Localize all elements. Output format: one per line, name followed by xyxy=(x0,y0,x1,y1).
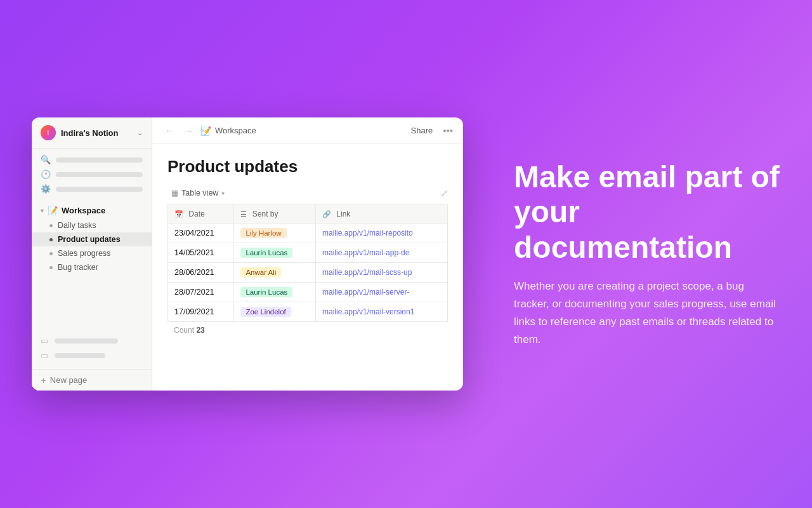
table-row: 28/06/2021 Anwar Ali mailie.app/v1/mail-… xyxy=(168,263,448,283)
table-footer: Count 23 xyxy=(167,322,448,338)
tag-4: Zoe Lindelof xyxy=(240,307,291,317)
breadcrumb: 📝 Workspace xyxy=(200,126,401,136)
sidebar-item-product-updates[interactable]: Product updates xyxy=(32,232,152,246)
nav-label-product-updates: Product updates xyxy=(58,235,121,244)
col-header-link: 🔗 Link xyxy=(316,205,448,224)
right-panel: Make email part of your documentation Wh… xyxy=(501,159,780,349)
expand-icon[interactable]: ⤢ xyxy=(441,189,448,198)
col-header-date: 📅 Date xyxy=(168,205,234,224)
col-header-sent-by: ☰ Sent by xyxy=(234,205,316,224)
right-heading: Make email part of your documentation xyxy=(514,159,780,265)
workspace-emoji: 📝 xyxy=(48,206,58,215)
nav-label-bug-tracker: Bug tracker xyxy=(58,263,98,272)
cell-sent-by-4: Zoe Lindelof xyxy=(234,302,316,322)
new-page-label: New page xyxy=(50,375,88,385)
table-row: 17/09/2021 Zoe Lindelof mailie.app/v1/ma… xyxy=(168,302,448,322)
cell-date-1: 14/05/2021 xyxy=(168,243,234,263)
sidebar-item-sales-progress[interactable]: Sales progress xyxy=(32,246,152,260)
date-col-icon: 📅 xyxy=(174,210,183,218)
table-view-chevron: ▾ xyxy=(221,190,225,197)
new-page-button[interactable]: + New page xyxy=(32,369,152,391)
search-row[interactable]: 🔍 xyxy=(41,155,143,164)
table-row: 23/04/2021 Lily Harlow mailie.app/v1/mai… xyxy=(168,224,448,243)
table-toolbar: ▦ Table view ▾ ⤢ xyxy=(167,187,448,199)
cell-link-3[interactable]: mailie.app/v1/mail-server- xyxy=(316,283,448,302)
data-table: 📅 Date ☰ Sent by 🔗 Link xyxy=(167,204,448,322)
cell-link-0[interactable]: mailie.app/v1/mail-reposito xyxy=(316,224,448,243)
search-icon: 🔍 xyxy=(41,155,51,164)
workspace-section: ▾ 📝 Workspace Daily tasks Product update… xyxy=(32,200,152,277)
cell-link-1[interactable]: mailie.app/v1/mail-app-de xyxy=(316,243,448,263)
sidebar-search-area: 🔍 🕐 ⚙️ xyxy=(32,149,152,200)
link-value-2[interactable]: mailie.app/v1/mail-scss-up xyxy=(322,268,412,277)
forward-button[interactable]: → xyxy=(181,124,195,137)
settings-bar-placeholder xyxy=(56,187,143,192)
topbar-actions: Share ••• xyxy=(406,124,453,137)
table-row: 28/07/2021 Laurin Lucas mailie.app/v1/ma… xyxy=(168,283,448,302)
bottom-bar-1 xyxy=(55,338,118,344)
topbar: ← → 📝 Workspace Share ••• xyxy=(152,117,463,144)
sidebar-bottom: ▭ ▭ xyxy=(32,330,152,366)
link-value-3[interactable]: mailie.app/v1/mail-server- xyxy=(322,288,409,297)
tag-3: Laurin Lucas xyxy=(240,287,292,297)
main-container: I Indira's Notion ⌄ 🔍 🕐 ⚙️ xyxy=(32,117,780,391)
table-view-label: Table view xyxy=(181,189,218,197)
cell-sent-by-3: Laurin Lucas xyxy=(234,283,316,302)
search-bar-placeholder xyxy=(56,157,143,163)
gear-icon: ⚙️ xyxy=(41,184,51,194)
recents-bar-placeholder xyxy=(56,172,143,177)
nav-label-sales-progress: Sales progress xyxy=(58,249,110,258)
chevron-icon: ⌄ xyxy=(137,129,143,137)
content-area: Product updates ▦ Table view ▾ ⤢ 📅 xyxy=(152,144,463,391)
link-value-0[interactable]: mailie.app/v1/mail-reposito xyxy=(322,229,413,237)
sidebar-bottom-row-1: ▭ xyxy=(41,336,143,345)
right-body: Whether you are creating a project scope… xyxy=(514,277,780,349)
tag-2: Anwar Ali xyxy=(240,267,281,277)
sidebar-header[interactable]: I Indira's Notion ⌄ xyxy=(32,117,152,149)
cell-link-4[interactable]: mailie.app/v1/mail-version1 xyxy=(316,302,448,322)
cell-date-2: 28/06/2021 xyxy=(168,263,234,283)
sidebar-item-bug-tracker[interactable]: Bug tracker xyxy=(32,260,152,274)
workspace-section-label: Workspace xyxy=(62,206,105,215)
clock-icon: 🕐 xyxy=(41,170,51,179)
dot-icon xyxy=(49,252,53,255)
page-title: Product updates xyxy=(167,157,448,177)
page-icon-2: ▭ xyxy=(41,351,49,360)
cell-sent-by-1: Laurin Lucas xyxy=(234,243,316,263)
page-icon: ▭ xyxy=(41,336,49,345)
workspace-section-header[interactable]: ▾ 📝 Workspace xyxy=(32,203,152,218)
dot-icon xyxy=(49,224,53,227)
bottom-bar-2 xyxy=(55,353,105,358)
more-button[interactable]: ••• xyxy=(443,125,453,136)
table-row: 14/05/2021 Laurin Lucas mailie.app/v1/ma… xyxy=(168,243,448,263)
table-view-button[interactable]: ▦ Table view ▾ xyxy=(167,187,228,199)
count-value: 23 xyxy=(196,326,204,335)
dot-icon-active xyxy=(49,238,53,241)
main-content: ← → 📝 Workspace Share ••• Product update… xyxy=(152,117,463,391)
link-col-icon: 🔗 xyxy=(322,210,331,218)
link-value-4[interactable]: mailie.app/v1/mail-version1 xyxy=(322,307,414,316)
avatar: I xyxy=(41,125,56,140)
sidebar-item-daily-tasks[interactable]: Daily tasks xyxy=(32,218,152,232)
recents-row[interactable]: 🕐 xyxy=(41,170,143,179)
link-value-1[interactable]: mailie.app/v1/mail-app-de xyxy=(322,248,409,257)
tag-1: Laurin Lucas xyxy=(240,248,292,258)
plus-icon: + xyxy=(41,375,46,385)
cell-link-2[interactable]: mailie.app/v1/mail-scss-up xyxy=(316,263,448,283)
triangle-icon: ▾ xyxy=(41,208,44,214)
cell-date-4: 17/09/2021 xyxy=(168,302,234,322)
cell-sent-by-2: Anwar Ali xyxy=(234,263,316,283)
settings-row[interactable]: ⚙️ xyxy=(41,184,143,194)
sidebar-bottom-row-2: ▭ xyxy=(41,351,143,360)
tag-0: Lily Harlow xyxy=(240,228,286,238)
table-header-row: 📅 Date ☰ Sent by 🔗 Link xyxy=(168,205,448,224)
workspace-name: Indira's Notion xyxy=(61,128,132,138)
nav-label-daily-tasks: Daily tasks xyxy=(58,221,96,230)
cell-date-3: 28/07/2021 xyxy=(168,283,234,302)
breadcrumb-text: Workspace xyxy=(215,126,256,135)
app-window: I Indira's Notion ⌄ 🔍 🕐 ⚙️ xyxy=(32,117,463,391)
cell-date-0: 23/04/2021 xyxy=(168,224,234,243)
breadcrumb-icon: 📝 xyxy=(200,126,211,136)
back-button[interactable]: ← xyxy=(162,124,176,137)
share-button[interactable]: Share xyxy=(406,124,438,137)
